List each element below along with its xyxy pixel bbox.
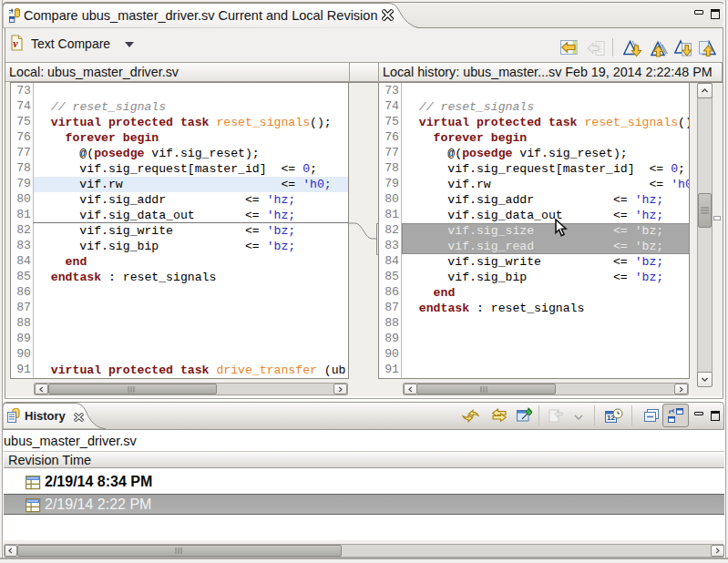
svg-text:v: v [13, 37, 18, 50]
